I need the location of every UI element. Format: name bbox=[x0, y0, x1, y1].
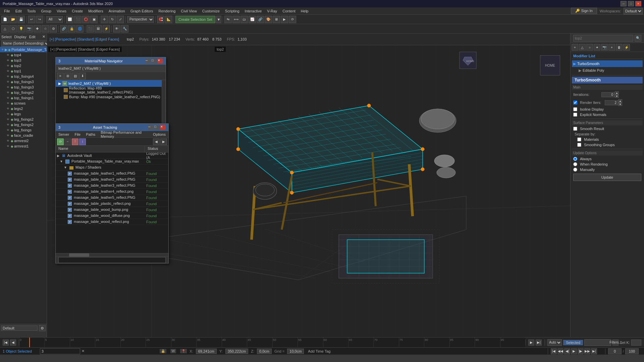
tree-item-top-fixings3a[interactable]: 👁 ◆ top_fixings3 bbox=[0, 79, 47, 84]
rotate-btn[interactable]: ↻ bbox=[109, 16, 116, 23]
tree-item-top3[interactable]: 👁 ◆ top3 bbox=[0, 58, 47, 63]
cmd-cancel-btn[interactable]: ✕ bbox=[82, 349, 85, 353]
mat-nav-icon-view[interactable]: ⊞ bbox=[64, 73, 71, 79]
window-crossing-btn[interactable]: ▣ bbox=[90, 16, 98, 23]
pb-start-btn[interactable]: |◀ bbox=[551, 348, 557, 354]
at-row-img-5[interactable]: P massage_table_leather5_reflect.PNG Fou… bbox=[56, 195, 168, 201]
eye-icon-top4[interactable]: 👁 bbox=[7, 54, 9, 57]
unlink-btn[interactable]: 🔓 bbox=[68, 25, 75, 33]
menu-graph-editors[interactable]: Graph Editors bbox=[128, 8, 156, 14]
menu-civil-view[interactable]: Civil View bbox=[178, 8, 199, 14]
render-iters-checkbox[interactable] bbox=[573, 101, 577, 105]
open-btn[interactable]: 📂 bbox=[9, 16, 17, 23]
name-sort-dropdown[interactable]: Name (Sorted Descending) bbox=[1, 41, 50, 47]
create-helper-btn[interactable]: ✚ bbox=[34, 25, 41, 33]
turbosmooth-modifier-item[interactable]: ▶ TurboSmooth bbox=[572, 60, 643, 67]
align-btn[interactable]: ⟺ bbox=[232, 16, 240, 23]
mat-nav-detail-view[interactable]: ▤ bbox=[72, 73, 78, 79]
viewport-mode-dropdown[interactable]: Perspective bbox=[127, 16, 154, 23]
at-col-status-header[interactable]: Status bbox=[145, 146, 168, 152]
minimize-button[interactable]: ─ bbox=[621, 1, 627, 6]
menu-help[interactable]: Help bbox=[298, 8, 311, 14]
snap-btn[interactable]: 🧲 bbox=[157, 16, 164, 23]
iterations-up[interactable]: ▲ bbox=[615, 91, 619, 95]
at-row-img-6[interactable]: P massage_table_plastic_reflect.png Foun… bbox=[56, 201, 168, 207]
display-btn[interactable]: 👁 bbox=[113, 25, 120, 33]
render-iters-down[interactable]: ▼ bbox=[618, 103, 622, 106]
rp-helper-btn[interactable]: + bbox=[608, 44, 615, 51]
set-k-input[interactable] bbox=[631, 340, 641, 346]
tree-item-face-cradle[interactable]: 👁 ◆ face_cradle bbox=[0, 133, 47, 138]
iterations-input[interactable] bbox=[601, 92, 615, 97]
eye-icon-ar2[interactable]: 👁 bbox=[7, 139, 9, 142]
eye-icon-root[interactable]: 👁 bbox=[1, 48, 4, 51]
viewport-nav-cube[interactable]: HOME bbox=[540, 55, 560, 75]
eye-icon-lf2b[interactable]: 👁 bbox=[7, 123, 9, 126]
menu-create[interactable]: Create bbox=[69, 8, 86, 14]
at-row-vault[interactable]: ▶ 🏛 Autodesk Vault Logged Out (A bbox=[56, 153, 168, 159]
auto-mode-select[interactable]: Auto bbox=[547, 339, 562, 346]
move-btn[interactable]: ✛ bbox=[101, 16, 108, 23]
rp-light-btn[interactable]: ✦ bbox=[594, 44, 600, 51]
eye-icon-fc[interactable]: 👁 bbox=[7, 134, 9, 137]
scene-edit[interactable]: Edit bbox=[29, 35, 36, 39]
workspace-select[interactable]: Default bbox=[624, 8, 643, 14]
menu-tools[interactable]: Tools bbox=[24, 8, 39, 14]
menu-edit[interactable]: Edit bbox=[13, 8, 24, 14]
menu-customize[interactable]: Customize bbox=[200, 8, 222, 14]
eye-icon-lf[interactable]: 👁 bbox=[7, 129, 9, 132]
at-missing-btn[interactable]: ! bbox=[72, 138, 78, 145]
at-next-btn[interactable]: ▶ bbox=[160, 138, 167, 145]
create-geo-btn[interactable]: △ bbox=[1, 25, 9, 33]
eye-icon-top3[interactable]: 👁 bbox=[7, 59, 9, 62]
coord-type-btn[interactable]: W bbox=[170, 349, 176, 353]
object-search-input[interactable] bbox=[573, 35, 633, 42]
create-sel-dropdown[interactable]: ▼ bbox=[216, 16, 221, 23]
create-selection-btn[interactable]: Create Selection Set bbox=[175, 16, 215, 23]
pb-end-btn[interactable]: ▶| bbox=[591, 348, 597, 354]
select-filter-dropdown[interactable]: All bbox=[46, 16, 63, 23]
mat-item-2[interactable]: Bump: Map #90 (massage_table_leather2_re… bbox=[56, 94, 166, 100]
at-refresh-btn[interactable]: ⟳ bbox=[57, 138, 64, 145]
materials-checkbox[interactable] bbox=[577, 137, 581, 141]
tree-item-armrest2[interactable]: 👁 ◆ armrest2 bbox=[0, 138, 47, 143]
always-radio[interactable] bbox=[573, 157, 577, 161]
tree-item-top2[interactable]: 👁 ◆ top2 bbox=[0, 63, 47, 68]
manage-layers-btn[interactable]: 🗂 bbox=[240, 16, 248, 23]
angle-snap-btn[interactable]: 📐 bbox=[165, 16, 172, 23]
layer-select[interactable]: Default bbox=[1, 325, 38, 331]
explicit-normals-checkbox[interactable] bbox=[573, 113, 577, 117]
menu-animation[interactable]: Animation bbox=[106, 8, 128, 14]
tl-play-fwd[interactable]: ▶ bbox=[528, 340, 534, 346]
at-status-btn[interactable]: i bbox=[79, 138, 86, 145]
at-close[interactable]: ✕ bbox=[160, 125, 166, 130]
create-space-btn[interactable]: ☆ bbox=[42, 25, 49, 33]
eye-icon-top2[interactable]: 👁 bbox=[7, 64, 9, 67]
pb-prev-key-btn[interactable]: ◀◀ bbox=[557, 348, 564, 354]
create-system-btn[interactable]: ⚙ bbox=[50, 25, 57, 33]
mat-nav-close[interactable]: ✕ bbox=[158, 59, 163, 63]
schematic-view-btn[interactable]: 🔗 bbox=[257, 16, 264, 23]
mat-nav-list-view[interactable]: ≡ bbox=[57, 73, 64, 79]
menu-group[interactable]: Group bbox=[38, 8, 54, 14]
at-row-img-4[interactable]: P massage_table_leather4_reflect.png Fou… bbox=[56, 189, 168, 195]
create-camera-btn[interactable]: 📷 bbox=[25, 25, 33, 33]
tl-next-frame[interactable]: ▶| bbox=[536, 340, 542, 346]
menu-views[interactable]: Views bbox=[54, 8, 69, 14]
rp-spacewarp-btn[interactable]: ⚡ bbox=[623, 44, 630, 51]
select-lasso-btn[interactable]: ⭕ bbox=[82, 16, 90, 23]
iterations-spinner[interactable]: ▲ ▼ bbox=[601, 91, 619, 98]
tree-item-top1[interactable]: 👁 ◆ top1 bbox=[0, 68, 47, 74]
rp-create-btn[interactable]: + bbox=[572, 44, 578, 51]
at-menu-bitmap[interactable]: Bitmap Performance and Memory bbox=[98, 130, 150, 139]
rp-camera-btn[interactable]: 📷 bbox=[601, 44, 608, 51]
smoothing-groups-checkbox[interactable] bbox=[577, 143, 581, 147]
save-btn[interactable]: 💾 bbox=[17, 16, 25, 23]
at-menu-paths[interactable]: Paths bbox=[83, 132, 98, 137]
at-row-img-8[interactable]: P massage_table_wood_diffuse.png Found bbox=[56, 213, 168, 219]
mat-nav-sort[interactable]: ⬇ bbox=[79, 73, 86, 79]
at-prev-btn[interactable]: ◀ bbox=[153, 138, 160, 145]
at-row-img-3[interactable]: P massage_table_leather3_reflect.PNG Fou… bbox=[56, 183, 168, 189]
at-collapse-btn[interactable]: − bbox=[64, 138, 71, 145]
menu-file[interactable]: File bbox=[1, 8, 13, 14]
